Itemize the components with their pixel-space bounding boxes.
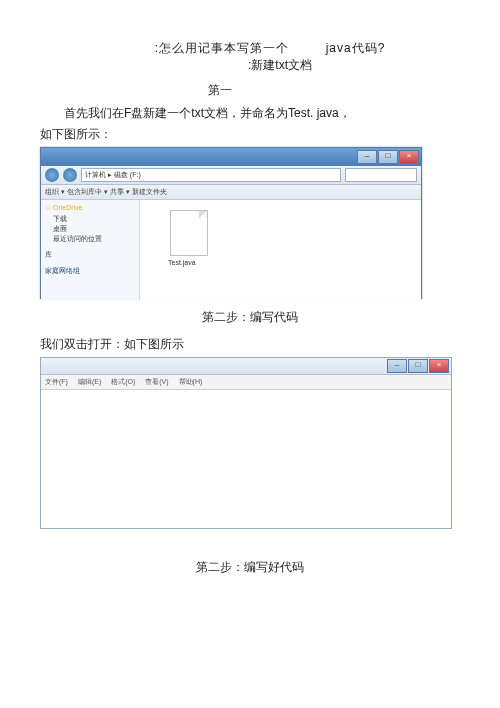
menu-edit[interactable]: 编辑(E) (78, 378, 101, 385)
file-icon[interactable] (170, 210, 208, 256)
close-button[interactable]: × (399, 150, 419, 164)
title-part-a: :怎么用记事本写第一个 (155, 41, 289, 55)
title-part-b: java代码? (326, 41, 386, 55)
address-box[interactable]: 计算机 ▸ 磁盘 (F:) (81, 168, 341, 182)
menu-help[interactable]: 帮助(H) (179, 378, 203, 385)
notepad-minimize-button[interactable]: – (387, 359, 407, 373)
paragraph-2: 我们双击打开：如下图所示 (40, 336, 460, 353)
notepad-menubar: 文件(F) 编辑(E) 格式(O) 查看(V) 帮助(H) (41, 375, 451, 390)
explorer-content[interactable]: Test.java (140, 200, 421, 300)
sidebar-libraries[interactable]: 库 (45, 250, 135, 260)
step1-label: 第一 (0, 82, 460, 99)
explorer-body: ☆ OneDrive 下载 桌面 最近访问的位置 库 家庭网络组 Test.ja… (41, 200, 421, 300)
sidebar-downloads[interactable]: 下载 (45, 214, 135, 224)
back-button[interactable] (45, 168, 59, 182)
file-name[interactable]: Test.java (168, 259, 196, 266)
search-box[interactable] (345, 168, 417, 182)
explorer-window: – □ × 计算机 ▸ 磁盘 (F:) 组织 ▾ 包含到库中 ▾ 共享 ▾ 新建… (40, 147, 422, 299)
sidebar-homegroup[interactable]: 家庭网络组 (45, 266, 135, 276)
sidebar-recent[interactable]: 最近访问的位置 (45, 234, 135, 244)
notepad-text-area[interactable] (41, 390, 451, 528)
minimize-button[interactable]: – (357, 150, 377, 164)
maximize-button[interactable]: □ (378, 150, 398, 164)
notepad-window-buttons: – □ × (387, 359, 449, 373)
paragraph-1b: 如下图所示： (40, 126, 460, 143)
window-buttons: – □ × (357, 150, 419, 164)
notepad-titlebar: – □ × (41, 358, 451, 375)
sidebar-desktop[interactable]: 桌面 (45, 224, 135, 234)
step2b-label: 第二步：编写好代码 (40, 559, 460, 576)
explorer-sidebar: ☆ OneDrive 下载 桌面 最近访问的位置 库 家庭网络组 (41, 200, 140, 300)
notepad-close-button[interactable]: × (429, 359, 449, 373)
explorer-toolbar[interactable]: 组织 ▾ 包含到库中 ▾ 共享 ▾ 新建文件夹 (41, 185, 421, 200)
sidebar-onedrive[interactable]: ☆ OneDrive (45, 204, 135, 212)
title-line-2: :新建txt文档 (100, 57, 460, 74)
step2-label: 第二步：编写代码 (40, 309, 460, 326)
menu-file[interactable]: 文件(F) (45, 378, 68, 385)
menu-view[interactable]: 查看(V) (145, 378, 168, 385)
explorer-titlebar: – □ × (41, 148, 421, 166)
menu-format[interactable]: 格式(O) (111, 378, 135, 385)
paragraph-1: 首先我们在F盘新建一个txt文档，并命名为Test. java， (40, 105, 460, 122)
document-page: :怎么用记事本写第一个 java代码? :新建txt文档 第一 首先我们在F盘新… (0, 0, 500, 606)
notepad-maximize-button[interactable]: □ (408, 359, 428, 373)
title-line-1: :怎么用记事本写第一个 java代码? (80, 40, 460, 57)
forward-button[interactable] (63, 168, 77, 182)
explorer-address-bar: 计算机 ▸ 磁盘 (F:) (41, 166, 421, 185)
notepad-window: – □ × 文件(F) 编辑(E) 格式(O) 查看(V) 帮助(H) (40, 357, 452, 529)
